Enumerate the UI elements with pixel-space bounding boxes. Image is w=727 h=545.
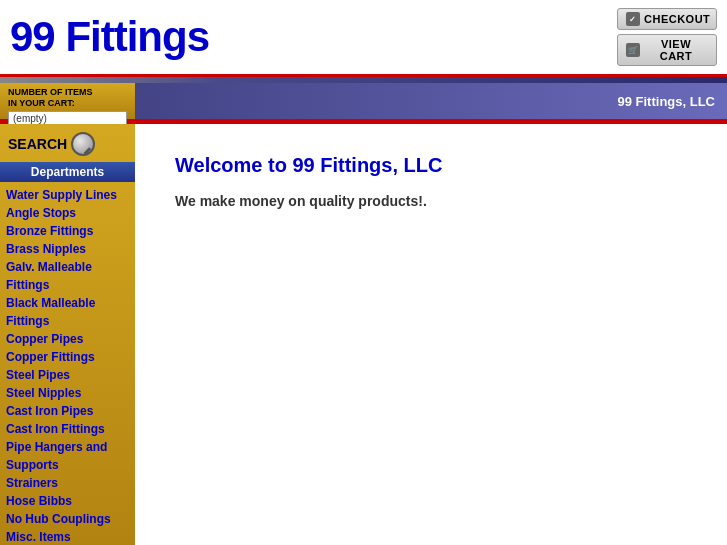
main-layout: SEARCH Departments Water Supply LinesAng… <box>0 124 727 545</box>
welcome-text: We make money on quality products!. <box>175 193 687 209</box>
sidebar-item-cast-iron-fittings[interactable]: Cast Iron Fittings <box>6 420 129 438</box>
header-buttons: ✓ CHECKOUT 🛒 VIEW CART <box>617 8 717 66</box>
welcome-title: Welcome to 99 Fittings, LLC <box>175 154 687 177</box>
sidebar-item-copper-pipes[interactable]: Copper Pipes <box>6 330 129 348</box>
sidebar: SEARCH Departments Water Supply LinesAng… <box>0 124 135 545</box>
sidebar-item-steel-nipples[interactable]: Steel Nipples <box>6 384 129 402</box>
viewcart-icon: 🛒 <box>626 43 640 57</box>
sub-header: NUMBER OF ITEMS IN YOUR CART: (empty) 99… <box>0 83 727 119</box>
sidebar-item-black-malleable-fittings[interactable]: Black Malleable Fittings <box>6 294 129 330</box>
sidebar-item-brass-nipples[interactable]: Brass Nipples <box>6 240 129 258</box>
sidebar-item-pipe-hangers-and-supports[interactable]: Pipe Hangers and Supports <box>6 438 129 474</box>
company-name-bar: 99 Fittings, LLC <box>135 83 727 119</box>
checkout-icon: ✓ <box>626 12 640 26</box>
sidebar-item-cast-iron-pipes[interactable]: Cast Iron Pipes <box>6 402 129 420</box>
sidebar-item-strainers[interactable]: Strainers <box>6 474 129 492</box>
sidebar-item-copper-fittings[interactable]: Copper Fittings <box>6 348 129 366</box>
sidebar-item-steel-pipes[interactable]: Steel Pipes <box>6 366 129 384</box>
sidebar-item-no-hub-couplings[interactable]: No Hub Couplings <box>6 510 129 528</box>
viewcart-button[interactable]: 🛒 VIEW CART <box>617 34 717 66</box>
sidebar-item-bronze-fittings[interactable]: Bronze Fittings <box>6 222 129 240</box>
cart-label: NUMBER OF ITEMS IN YOUR CART: <box>8 87 127 109</box>
checkout-button[interactable]: ✓ CHECKOUT <box>617 8 717 30</box>
departments-header: Departments <box>0 162 135 182</box>
site-title: 99 Fittings <box>10 13 209 61</box>
sidebar-item-misc-items[interactable]: Misc. Items <box>6 528 129 545</box>
search-icon[interactable] <box>71 132 95 156</box>
cart-section: NUMBER OF ITEMS IN YOUR CART: (empty) <box>0 83 135 119</box>
search-label: SEARCH <box>8 136 67 152</box>
search-section: SEARCH <box>0 124 135 162</box>
sidebar-item-hose-bibbs[interactable]: Hose Bibbs <box>6 492 129 510</box>
sidebar-item-galv-malleable-fittings[interactable]: Galv. Malleable Fittings <box>6 258 129 294</box>
page-header: 99 Fittings ✓ CHECKOUT 🛒 VIEW CART <box>0 0 727 77</box>
main-content: Welcome to 99 Fittings, LLC We make mone… <box>135 124 727 545</box>
sidebar-nav: Water Supply LinesAngle StopsBronze Fitt… <box>0 182 135 545</box>
company-name: 99 Fittings, LLC <box>618 94 716 109</box>
sidebar-item-water-supply-lines[interactable]: Water Supply Lines <box>6 186 129 204</box>
sidebar-item-angle-stops[interactable]: Angle Stops <box>6 204 129 222</box>
